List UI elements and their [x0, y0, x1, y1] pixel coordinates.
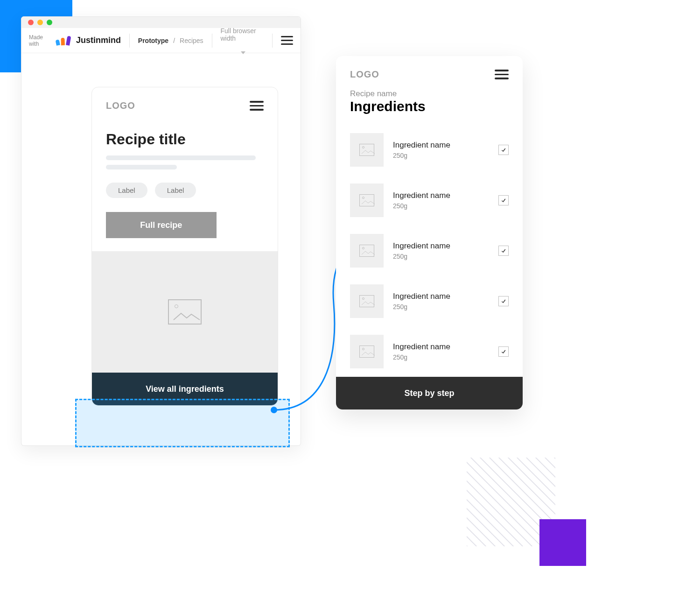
image-icon [359, 245, 374, 257]
window-titlebar [21, 17, 301, 28]
browser-window: Made with Justinmind Prototype / Recipes… [21, 16, 301, 446]
ingredient-checkbox[interactable] [498, 296, 509, 306]
editor-selection-outline [75, 399, 290, 447]
ingredient-quantity: 250g [393, 353, 489, 361]
prototype-screen-ingredients: LOGO Recipe name Ingredients Ingredient … [336, 56, 523, 409]
ingredient-checkbox[interactable] [498, 145, 509, 155]
ingredient-image-placeholder [350, 284, 384, 318]
ingredient-checkbox[interactable] [498, 246, 509, 256]
ingredient-checkbox[interactable] [498, 195, 509, 205]
ingredient-name: Ingredient name [393, 241, 489, 251]
ingredient-quantity: 250g [393, 152, 489, 159]
ingredient-quantity: 250g [393, 253, 489, 260]
ingredient-name: Ingredient name [393, 191, 489, 200]
ingredient-checkbox[interactable] [498, 346, 509, 357]
image-icon [359, 346, 374, 358]
ingredient-image-placeholder [350, 234, 384, 268]
image-icon [359, 295, 374, 307]
ingredient-name: Ingredient name [393, 342, 489, 352]
tag-chip[interactable]: Label [106, 183, 147, 198]
full-recipe-button[interactable]: Full recipe [106, 212, 217, 238]
recipe-title: Recipe title [106, 131, 264, 148]
ingredient-row: Ingredient name 250g [350, 276, 509, 326]
ingredient-image-placeholder [350, 335, 384, 368]
ingredient-quantity: 250g [393, 303, 489, 311]
ingredient-row: Ingredient name 250g [350, 226, 509, 276]
tag-chip[interactable]: Label [155, 183, 196, 198]
text-placeholder [106, 155, 256, 160]
ingredient-name: Ingredient name [393, 292, 489, 301]
divider [129, 34, 130, 48]
view-mode-label[interactable]: Full browser width [220, 27, 264, 42]
image-icon [359, 144, 374, 156]
decor-purple-square [539, 519, 586, 566]
divider [272, 34, 273, 48]
window-minimize-icon[interactable] [37, 20, 43, 25]
ingredient-image-placeholder [350, 184, 384, 217]
recipe-name-label: Recipe name [336, 85, 523, 99]
ingredient-name: Ingredient name [393, 141, 489, 150]
ingredient-row: Ingredient name 250g [350, 125, 509, 175]
divider [212, 34, 212, 48]
app-logo: LOGO [350, 69, 379, 80]
window-maximize-icon[interactable] [47, 20, 52, 25]
step-by-step-button[interactable]: Step by step [336, 377, 523, 409]
menu-button[interactable] [281, 36, 293, 45]
ingredient-row: Ingredient name 250g [350, 175, 509, 226]
menu-button[interactable] [495, 70, 509, 79]
hero-image-placeholder [92, 251, 278, 373]
made-with-label: Made with [29, 34, 50, 47]
prototype-screen-recipe: LOGO Recipe title Label Label Full recip… [91, 87, 278, 406]
app-logo: LOGO [106, 100, 135, 111]
view-ingredients-button[interactable]: View all ingredients [92, 373, 278, 405]
ingredient-quantity: 250g [393, 202, 489, 210]
window-close-icon[interactable] [28, 20, 34, 25]
menu-button[interactable] [250, 101, 264, 111]
text-placeholder [106, 165, 177, 169]
image-icon [168, 299, 202, 325]
image-icon [359, 194, 374, 206]
ingredients-list: Ingredient name 250g Ingredient name 250… [336, 121, 523, 377]
chevron-down-icon [241, 51, 245, 54]
ingredient-row: Ingredient name 250g [350, 326, 509, 377]
ingredient-image-placeholder [350, 133, 384, 167]
justinmind-logo-icon [56, 36, 70, 45]
breadcrumb-sep: / [173, 37, 175, 44]
breadcrumb-sub[interactable]: Recipes [180, 37, 203, 44]
ingredients-heading: Ingredients [336, 99, 523, 121]
app-toolbar: Made with Justinmind Prototype / Recipes… [21, 28, 301, 53]
breadcrumb-main[interactable]: Prototype [138, 37, 168, 44]
brand-name: Justinmind [76, 35, 121, 45]
